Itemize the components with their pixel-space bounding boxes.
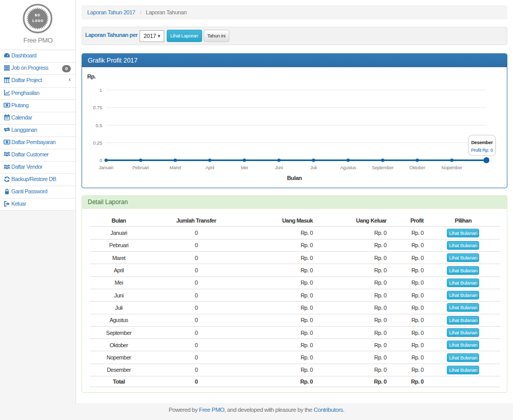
svg-text:LOGO: LOGO [32, 19, 44, 23]
svg-text:Maret: Maret [170, 165, 182, 170]
svg-text:September: September [372, 165, 393, 170]
svg-text:Pebruari: Pebruari [132, 165, 149, 170]
svg-text:Mei: Mei [241, 165, 248, 170]
svg-text:Nopember: Nopember [442, 165, 463, 170]
svg-text:NO: NO [35, 13, 41, 17]
svg-text:Bulan: Bulan [287, 175, 302, 181]
svg-text:April: April [205, 165, 214, 170]
svg-text:Juli: Juli [310, 165, 317, 170]
svg-text:Profit Rp: 0: Profit Rp: 0 [471, 148, 493, 153]
svg-text:0: 0 [100, 157, 102, 163]
svg-text:1: 1 [100, 87, 102, 93]
svg-text:0.5: 0.5 [95, 122, 102, 128]
svg-text:Agustus: Agustus [340, 165, 357, 170]
svg-text:0.25: 0.25 [93, 139, 102, 145]
svg-text:Oktober: Oktober [409, 165, 425, 170]
svg-text:Januari: Januari [99, 165, 113, 170]
svg-text:Rp.: Rp. [87, 73, 96, 79]
svg-text:Desember: Desember [471, 140, 494, 145]
svg-text:Juni: Juni [275, 165, 283, 170]
svg-text:0.75: 0.75 [93, 105, 102, 110]
